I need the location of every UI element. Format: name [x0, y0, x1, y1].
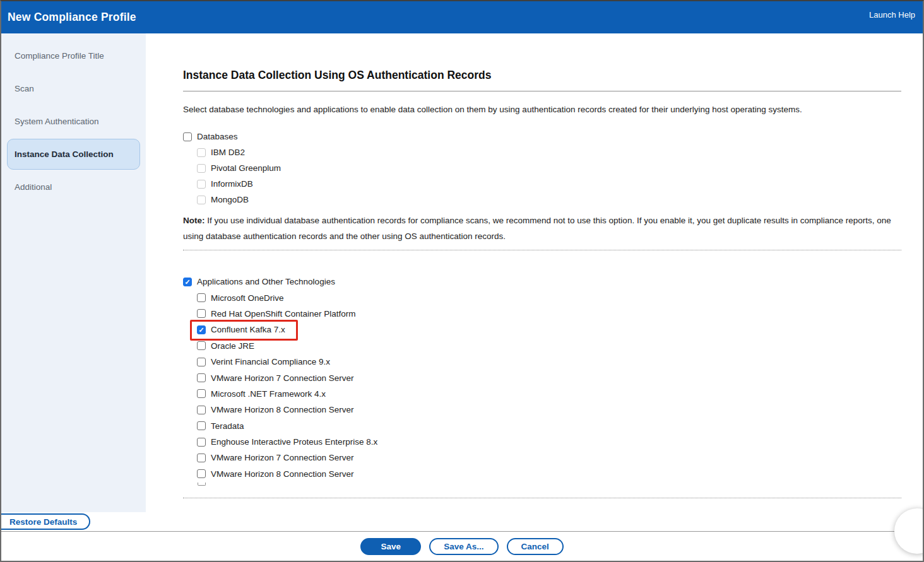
- checkbox-label: Enghouse Interactive Proteus Enterprise …: [211, 437, 377, 447]
- checkbox-label: VMware Horizon 8 Connection Server: [211, 469, 354, 479]
- checkbox-row-verint-financial-compliance-9-x[interactable]: Verint Financial Compliance 9.x: [197, 354, 330, 370]
- checkbox[interactable]: [197, 309, 206, 318]
- sidebar-item-scan[interactable]: Scan: [7, 73, 140, 104]
- checkbox-row-enghouse-interactive-proteus-enterprise-8-x[interactable]: Enghouse Interactive Proteus Enterprise …: [197, 434, 377, 450]
- checkbox-row-oracle-jre[interactable]: Oracle JRE: [197, 338, 254, 354]
- checkbox-label: Confluent Kafka 7.x: [211, 325, 285, 334]
- checkbox-label: Oracle JRE: [211, 341, 254, 351]
- footer-bar: Save Save As... Cancel: [1, 531, 923, 561]
- checkbox[interactable]: [197, 358, 206, 366]
- checkbox-label: Databases: [197, 132, 238, 141]
- checkbox-row-applications-and-other-technologies[interactable]: Applications and Other Technologies: [183, 274, 335, 290]
- databases-group: Databases IBM DB2 Pivotal Greenplum Info…: [183, 129, 901, 208]
- checkbox-row-vmware-horizon-7-connection-server[interactable]: VMware Horizon 7 Connection Server: [197, 370, 354, 385]
- checkbox[interactable]: [197, 293, 206, 302]
- checkbox-row-vmware-horizon-8-connection-server[interactable]: VMware Horizon 8 Connection Server: [197, 466, 354, 482]
- restore-defaults-button[interactable]: Restore Defaults: [1, 513, 90, 530]
- checkbox-row-pivotal-greenplum[interactable]: Pivotal Greenplum: [197, 160, 281, 176]
- checkbox-label: Microsoft OneDrive: [211, 293, 284, 303]
- checkbox[interactable]: [197, 373, 206, 382]
- checkbox[interactable]: [197, 438, 206, 447]
- window-title: New Compliance Profile: [8, 11, 136, 24]
- description-text: Select database technologies and applica…: [183, 105, 901, 114]
- sidebar-nav: Compliance Profile TitleScanSystem Authe…: [1, 33, 146, 512]
- sidebar-item-system-authentication[interactable]: System Authentication: [7, 106, 140, 137]
- checkbox-label: MongoDB: [211, 195, 249, 204]
- checkbox-label: Microsoft .NET Framework 4.x: [211, 389, 326, 399]
- checkbox[interactable]: [197, 389, 206, 398]
- checkbox[interactable]: [197, 421, 206, 430]
- checkbox-row-vmware-horizon-8-connection-server[interactable]: VMware Horizon 8 Connection Server: [197, 402, 354, 418]
- checkbox-row-red-hat-openshift-container-platform[interactable]: Red Hat OpenShift Container Platform: [197, 306, 356, 322]
- partial-checkbox: [198, 483, 206, 486]
- sidebar-item-additional[interactable]: Additional: [7, 172, 140, 202]
- checkbox-label: VMware Horizon 8 Connection Server: [211, 405, 354, 414]
- checkbox[interactable]: [197, 469, 206, 478]
- checkbox[interactable]: [197, 148, 206, 157]
- checkbox-row-confluent-kafka-7-x[interactable]: Confluent Kafka 7.x: [197, 322, 285, 337]
- checkbox-label: Applications and Other Technologies: [197, 277, 335, 286]
- launch-help-link[interactable]: Launch Help: [869, 10, 916, 20]
- checkbox-row-microsoft-net-framework-4-x[interactable]: Microsoft .NET Framework 4.x: [197, 386, 326, 402]
- checkbox-label: VMware Horizon 7 Connection Server: [211, 453, 354, 462]
- heading-divider: [183, 91, 901, 91]
- checkbox-label: VMware Horizon 7 Connection Server: [211, 373, 354, 383]
- checkbox-row-databases[interactable]: Databases: [183, 129, 238, 144]
- checkbox-row-teradata[interactable]: Teradata: [197, 418, 244, 434]
- page-title: Instance Data Collection Using OS Authen…: [183, 69, 901, 82]
- checkbox-label: Teradata: [211, 421, 244, 431]
- section-divider: [183, 250, 901, 250]
- cancel-button[interactable]: Cancel: [507, 538, 564, 555]
- save-button[interactable]: Save: [360, 538, 421, 555]
- checkbox-row-ibm-db2[interactable]: IBM DB2: [197, 144, 245, 160]
- checkbox[interactable]: [197, 164, 206, 173]
- note-body: If you use individual database authentic…: [183, 216, 891, 241]
- window-header: New Compliance Profile Launch Help: [1, 1, 923, 33]
- note-label: Note:: [183, 216, 205, 225]
- save-as-button[interactable]: Save As...: [429, 538, 498, 555]
- checkbox-label: IBM DB2: [211, 148, 245, 157]
- new-compliance-profile-window: New Compliance Profile Launch Help Compl…: [0, 0, 924, 562]
- checkbox-label: InformixDB: [211, 179, 253, 189]
- checkbox[interactable]: [183, 278, 192, 286]
- main-panel: Instance Data Collection Using OS Authen…: [146, 33, 923, 530]
- checkbox[interactable]: [197, 325, 206, 334]
- checkbox-row-microsoft-onedrive[interactable]: Microsoft OneDrive: [197, 290, 284, 305]
- checkbox-row-informixdb[interactable]: InformixDB: [197, 176, 253, 192]
- bottom-divider: [183, 498, 901, 498]
- sidebar-item-compliance-profile-title[interactable]: Compliance Profile Title: [7, 40, 140, 71]
- applications-group: Applications and Other Technologies Micr…: [183, 274, 901, 486]
- checkbox[interactable]: [197, 341, 206, 350]
- checkbox[interactable]: [183, 132, 192, 141]
- checkbox[interactable]: [197, 196, 206, 204]
- sidebar-item-instance-data-collection[interactable]: Instance Data Collection: [7, 139, 140, 170]
- checkbox-row-vmware-horizon-7-connection-server[interactable]: VMware Horizon 7 Connection Server: [197, 450, 354, 465]
- checkbox-label: Red Hat OpenShift Container Platform: [211, 309, 356, 319]
- checkbox[interactable]: [197, 406, 206, 414]
- note-text: Note: If you use individual database aut…: [183, 213, 901, 244]
- checkbox-label: Pivotal Greenplum: [211, 163, 281, 173]
- checkbox[interactable]: [197, 454, 206, 462]
- checkbox[interactable]: [197, 180, 206, 189]
- checkbox-label: Verint Financial Compliance 9.x: [211, 357, 330, 366]
- checkbox-row-mongodb[interactable]: MongoDB: [197, 192, 249, 208]
